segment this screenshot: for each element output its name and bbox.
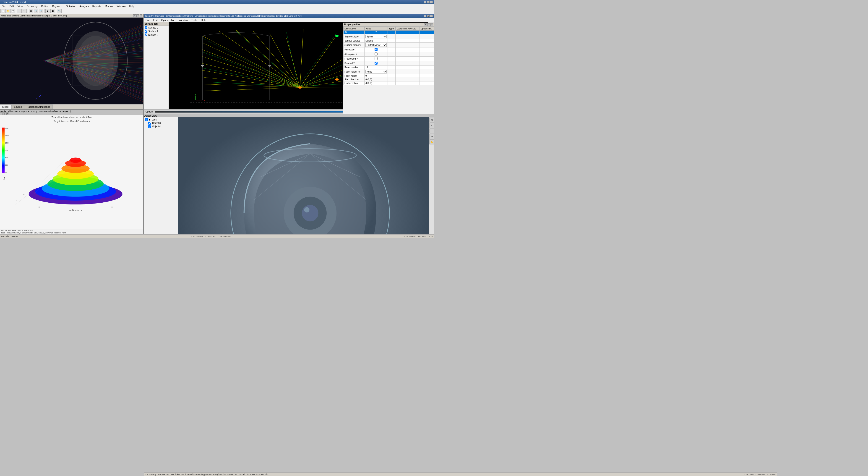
prop-maximize[interactable]: □ <box>427 23 430 26</box>
raytrace-button[interactable]: ▶ <box>45 9 50 13</box>
opt-menu-tools[interactable]: Tools <box>190 19 198 22</box>
object-item-lens[interactable]: ▶ Lens <box>145 118 177 121</box>
prop-row-id[interactable]: ID 7 <box>344 31 434 34</box>
fresneized-checkbox[interactable] <box>375 57 377 60</box>
segment-type-select[interactable]: Spline <box>366 35 387 38</box>
prop-row-segment-type[interactable]: Segment type Spline <box>344 34 434 39</box>
opt-minimize-button[interactable]: ─ <box>424 14 426 17</box>
zoom-fit-button[interactable]: ⊞ <box>29 9 33 13</box>
opt-restore-button[interactable]: ▣ <box>427 14 430 17</box>
save-button[interactable]: 💾 <box>10 9 15 13</box>
menu-window[interactable]: Window <box>116 5 126 8</box>
maximize-button[interactable]: □ <box>427 1 430 3</box>
close-button[interactable]: ✕ <box>430 1 433 3</box>
tab-source[interactable]: Source <box>12 105 24 109</box>
obj-pan[interactable]: ✋ <box>429 140 434 144</box>
menu-macros[interactable]: Macros <box>104 5 114 8</box>
obj-zoom-out[interactable]: − <box>429 128 434 133</box>
new-button[interactable]: 📄 <box>0 9 5 13</box>
menu-geometry[interactable]: Geometry <box>26 5 38 8</box>
opt-close-button[interactable]: ✕ <box>430 14 433 17</box>
model-3d-view[interactable]: ✓ LED Base ✓ LED Emitter ✓ Optimized Len… <box>0 18 143 104</box>
prop-lower-reflective <box>396 48 420 52</box>
menu-analysis[interactable]: Analysis <box>79 5 90 8</box>
illum-minimize-button[interactable]: ─ <box>0 113 3 115</box>
prop-row-end-dir[interactable]: End direction (0,0,0) <box>344 82 434 85</box>
undo-button[interactable]: ↩ <box>17 9 22 13</box>
opt-menu-window[interactable]: Window <box>178 19 189 22</box>
surface-item-2[interactable]: Surface 2 <box>144 33 168 37</box>
opt-menu-optimization[interactable]: Optimization <box>160 19 176 22</box>
surface-item-1[interactable]: Surface 1 <box>144 29 168 33</box>
surface-property-select[interactable]: Perfect Mirror <box>366 43 387 47</box>
minimize-button[interactable]: ─ <box>424 1 426 3</box>
model-close-button[interactable]: ✕ <box>140 14 142 17</box>
tab-model[interactable]: Model <box>0 105 12 109</box>
object4-checkbox[interactable] <box>148 125 151 128</box>
zoom-in-button[interactable]: 🔍 <box>34 9 38 13</box>
surface-2-checkbox[interactable] <box>145 34 147 36</box>
illum-close-button[interactable]: ✕ <box>6 113 9 115</box>
prop-value-surprop[interactable]: Perfect Mirror <box>365 43 388 48</box>
prop-row-facet-height[interactable]: Facet height 0 <box>344 74 434 78</box>
prop-row-facet-number[interactable]: Facet number 11 <box>344 66 434 69</box>
zoom-out-button[interactable]: 🔍 <box>39 9 43 13</box>
menu-reports[interactable]: Reports <box>91 5 102 8</box>
illuminance-window: Irradiance/Illuminance Map[Side Emitting… <box>0 110 143 234</box>
model-minimize-button[interactable]: ─ <box>133 14 136 17</box>
model-maximize-button[interactable]: □ <box>136 14 139 17</box>
open-button[interactable]: 📁 <box>5 9 10 13</box>
menu-raytrace[interactable]: Raytrace <box>51 5 63 8</box>
object4-label: Object 4 <box>152 125 161 128</box>
prop-value-faceted[interactable] <box>365 61 388 66</box>
faceted-checkbox[interactable] <box>375 62 377 65</box>
illuminance-chart[interactable]: 1897 1600 1200 900 600 300 17 <box>0 123 143 229</box>
prop-close[interactable]: ✕ <box>431 23 433 26</box>
object-item-object4[interactable]: Object 4 <box>145 125 177 128</box>
menu-define[interactable]: Define <box>40 5 50 8</box>
prop-value-absorptive[interactable] <box>365 52 388 57</box>
obj-zoom-in[interactable]: + <box>429 123 434 128</box>
prop-row-absorptive[interactable]: Absorptive ? <box>344 52 434 57</box>
opt-menu-edit[interactable]: Edit <box>152 19 159 22</box>
prop-row-faceted[interactable]: Faceted ? <box>344 61 434 66</box>
lens-checkbox[interactable] <box>145 118 148 121</box>
illum-maximize-button[interactable]: □ <box>3 113 6 115</box>
surface-1-checkbox[interactable] <box>145 30 147 33</box>
prop-row-start-dir[interactable]: Start direction (0,0,0) <box>344 78 434 82</box>
menu-file[interactable]: File <box>1 5 7 8</box>
absorptive-checkbox[interactable] <box>375 53 377 55</box>
property-editor-title-bar: Property editor ─ □ ✕ <box>343 23 434 27</box>
object-item-object3[interactable]: Object 3 <box>145 121 177 125</box>
obj-zoom-fit[interactable]: ⊞ <box>429 118 434 122</box>
prop-row-facet-height-ref[interactable]: Facet height ref None <box>344 69 434 74</box>
stop-button[interactable]: ⏹ <box>51 9 55 13</box>
properties-button[interactable]: 🔧 <box>57 9 62 13</box>
surface-item-0[interactable]: Surface 0 <box>144 26 168 29</box>
menu-view[interactable]: View <box>17 5 24 8</box>
prop-minimize[interactable]: ─ <box>424 23 427 26</box>
prop-value-facet-href[interactable]: None <box>365 69 388 74</box>
prop-row-reflective[interactable]: Reflective ? <box>344 48 434 52</box>
object3-checkbox[interactable] <box>148 122 151 125</box>
reflective-checkbox[interactable] <box>375 48 377 51</box>
prop-row-fresneized[interactable]: Fresneized ? <box>344 57 434 61</box>
surface-2-label: Surface 2 <box>148 34 158 36</box>
surface-0-checkbox[interactable] <box>145 26 147 29</box>
object-3d-view[interactable]: X Y Z <box>178 117 429 234</box>
menu-optimize[interactable]: Optimize <box>65 5 76 8</box>
obj-rotate[interactable]: ↻ <box>429 134 434 139</box>
prop-row-surface-catalog[interactable]: Surface catalog Default <box>344 39 434 43</box>
opt-menu-help[interactable]: Help <box>200 19 207 22</box>
opt-menu-file[interactable]: File <box>145 19 151 22</box>
prop-value-fresneized[interactable] <box>365 57 388 61</box>
facet-height-ref-select[interactable]: None <box>366 70 387 73</box>
prop-value-reflective[interactable] <box>365 48 388 52</box>
prop-row-surface-property[interactable]: Surface property Perfect Mirror <box>344 43 434 48</box>
menu-help[interactable]: Help <box>128 5 135 8</box>
redo-button[interactable]: ↪ <box>22 9 27 13</box>
menu-edit[interactable]: Edit <box>9 5 15 8</box>
prop-lower-start-dir <box>396 78 420 82</box>
prop-value-segment[interactable]: Spline <box>365 34 388 39</box>
tab-radiance-luminance[interactable]: Radiance/Luminance <box>24 105 53 109</box>
